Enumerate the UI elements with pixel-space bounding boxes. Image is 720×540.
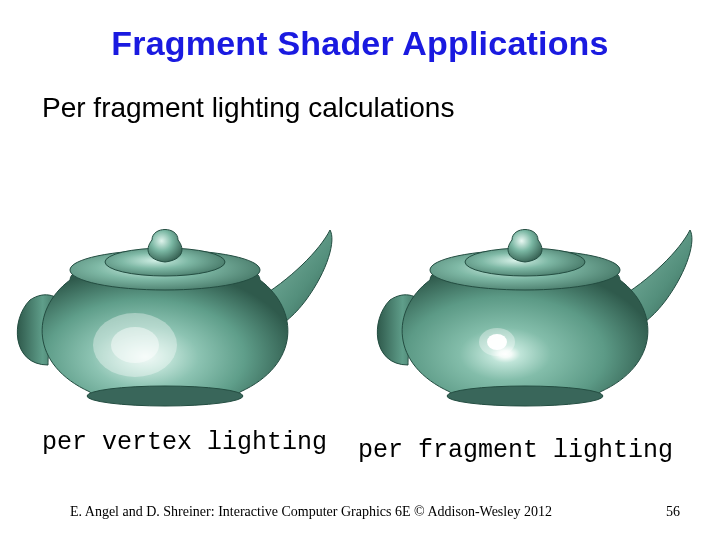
teapot-row [0,170,720,430]
teapot-per-fragment [360,170,720,430]
slide-subtitle: Per fragment lighting calculations [42,92,454,124]
caption-per-vertex: per vertex lighting [42,428,327,457]
page-number: 56 [666,504,680,520]
svg-point-5 [447,386,603,406]
teapot-per-vertex-image [10,170,350,430]
teapot-per-fragment-image [370,170,710,430]
caption-per-fragment: per fragment lighting [358,436,673,465]
slide-title: Fragment Shader Applications [0,24,720,63]
teapot-per-vertex [0,170,360,430]
svg-point-9 [479,328,515,356]
svg-point-0 [87,386,243,406]
slide: Fragment Shader Applications Per fragmen… [0,0,720,540]
footer-citation: E. Angel and D. Shreiner: Interactive Co… [70,504,552,520]
svg-point-4 [111,327,159,363]
